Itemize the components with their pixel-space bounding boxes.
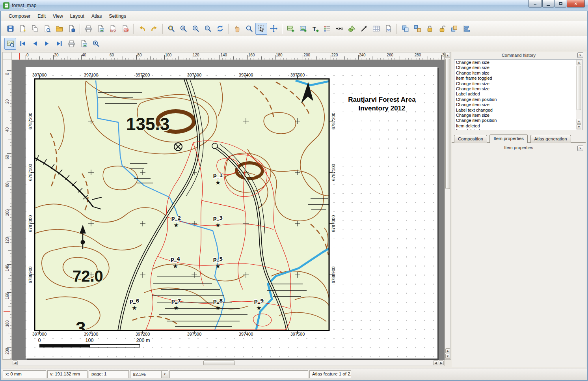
scalebar-item[interactable]: 0 100 200 m bbox=[26, 338, 160, 350]
command-history-item[interactable]: Item deleted bbox=[454, 129, 575, 130]
ruler-number: 280 bbox=[415, 53, 421, 57]
move-item-content-button[interactable] bbox=[268, 23, 279, 35]
add-label-button[interactable]: T bbox=[309, 23, 321, 35]
atlas-settings-button[interactable] bbox=[90, 38, 102, 50]
command-history-scrollbar[interactable]: ▲ ▲ ▼ bbox=[576, 60, 582, 130]
horizontal-scroll-thumb[interactable] bbox=[203, 360, 235, 365]
composition-page[interactable]: 135.3 72.0 3 ★p_1 ★p_2 ★p_3 ★p_4 ★p_5 ★p… bbox=[26, 67, 437, 359]
command-history-item[interactable]: Change item size bbox=[454, 71, 575, 76]
preview-atlas-button[interactable] bbox=[4, 38, 16, 50]
command-history-item[interactable]: Change item size bbox=[454, 86, 575, 92]
scroll-up-icon[interactable]: ▲ bbox=[577, 60, 581, 65]
list-scroll-thumb[interactable] bbox=[577, 66, 581, 110]
align-items-button[interactable] bbox=[460, 23, 472, 35]
print-atlas-button[interactable] bbox=[65, 38, 77, 50]
canvas-vertical-scrollbar[interactable]: ▲ ▲ ▼ bbox=[445, 52, 451, 360]
export-svg-button[interactable]: SVG bbox=[107, 23, 119, 35]
canvas-horizontal-scrollbar[interactable]: ◀ ◀ ▶ bbox=[12, 360, 445, 366]
unlock-items-button[interactable] bbox=[436, 23, 448, 35]
command-history-item[interactable]: Change item size bbox=[454, 60, 575, 65]
redo-button[interactable] bbox=[148, 23, 160, 35]
add-html-button[interactable]: </> bbox=[382, 23, 394, 35]
map-title-item[interactable]: Rautjarvi Forest Area Inventory 2012 bbox=[332, 95, 432, 113]
zoom-in-button[interactable] bbox=[190, 23, 201, 35]
next-feature-button[interactable] bbox=[41, 38, 53, 50]
toolbar-separator bbox=[282, 24, 282, 34]
lock-items-button[interactable] bbox=[424, 23, 435, 35]
zoom-level-select[interactable]: 92.3% ▼ bbox=[130, 370, 168, 378]
detach-window-button[interactable]: ↔ bbox=[528, 0, 542, 7]
load-template-button[interactable] bbox=[53, 23, 65, 35]
menu-settings[interactable]: Settings bbox=[106, 12, 130, 21]
scroll-up-icon[interactable]: ▲ bbox=[445, 53, 450, 58]
add-legend-button[interactable] bbox=[321, 23, 333, 35]
zoom-out-button[interactable] bbox=[202, 23, 214, 35]
first-feature-button[interactable] bbox=[17, 38, 28, 50]
zoom-full-button[interactable] bbox=[165, 23, 177, 35]
scroll-left-icon[interactable]: ◀ bbox=[433, 360, 438, 365]
command-history-item[interactable]: Change item size bbox=[454, 81, 575, 86]
ruler-number: 120 bbox=[193, 53, 199, 57]
close-button[interactable]: × bbox=[567, 0, 585, 7]
print-button[interactable] bbox=[82, 23, 94, 35]
scalebar-segment-filled bbox=[39, 344, 89, 347]
command-history-item[interactable]: Change item size bbox=[454, 102, 575, 107]
export-pdf-button[interactable]: PDF bbox=[119, 23, 131, 35]
scroll-right-icon[interactable]: ▶ bbox=[439, 360, 444, 365]
menu-layout[interactable]: Layout bbox=[67, 12, 88, 21]
command-history-item[interactable]: Change item size bbox=[454, 113, 575, 118]
raise-items-button[interactable] bbox=[448, 23, 460, 35]
select-move-item-button[interactable] bbox=[255, 23, 267, 35]
duplicate-composition-button[interactable] bbox=[29, 23, 41, 35]
group-items-button[interactable] bbox=[399, 23, 411, 35]
command-history-item[interactable]: Label text changed bbox=[454, 108, 575, 113]
save-button[interactable] bbox=[4, 23, 16, 35]
minimize-button[interactable] bbox=[542, 0, 554, 7]
menu-view[interactable]: View bbox=[49, 12, 67, 21]
tab-composition[interactable]: Composition bbox=[454, 135, 487, 143]
tab-atlas-generation[interactable]: Atlas generation bbox=[530, 135, 571, 143]
add-arrow-button[interactable] bbox=[358, 23, 370, 35]
add-table-button[interactable] bbox=[370, 23, 382, 35]
menu-edit[interactable]: Edit bbox=[34, 12, 49, 21]
add-map-button[interactable] bbox=[285, 23, 296, 35]
scroll-up-icon[interactable]: ▲ bbox=[445, 348, 450, 353]
pan-button[interactable] bbox=[231, 23, 243, 35]
maximize-button[interactable] bbox=[555, 0, 566, 7]
add-image-button[interactable] bbox=[297, 23, 309, 35]
refresh-view-button[interactable] bbox=[214, 23, 226, 35]
map-item[interactable]: 135.3 72.0 3 ★p_1 ★p_2 ★p_3 ★p_4 ★p_5 ★p… bbox=[26, 72, 337, 337]
zoom-actual-button[interactable]: 1:1 bbox=[177, 23, 189, 35]
add-shape-button[interactable] bbox=[346, 23, 357, 35]
command-history-item[interactable]: Change item size bbox=[454, 65, 575, 70]
scroll-down-icon[interactable]: ▼ bbox=[445, 354, 450, 359]
previous-feature-button[interactable] bbox=[29, 38, 41, 50]
export-image-button[interactable] bbox=[95, 23, 106, 35]
scroll-left-icon[interactable]: ◀ bbox=[13, 360, 18, 365]
menu-atlas[interactable]: Atlas bbox=[88, 12, 106, 21]
export-atlas-button[interactable] bbox=[78, 38, 89, 50]
command-history-item[interactable]: Item frame toggled bbox=[454, 76, 575, 81]
command-history-item[interactable]: Label added bbox=[454, 92, 575, 97]
add-scalebar-button[interactable] bbox=[333, 23, 345, 35]
command-history-item[interactable]: Item deleted bbox=[454, 123, 575, 129]
command-history-item[interactable]: Change item position bbox=[454, 97, 575, 102]
undo-button[interactable] bbox=[136, 23, 148, 35]
command-history-item[interactable]: Change item position bbox=[454, 118, 575, 123]
vertical-scroll-thumb[interactable] bbox=[445, 59, 450, 189]
item-properties-close-icon[interactable]: × bbox=[577, 146, 583, 151]
scroll-up-icon[interactable]: ▲ bbox=[577, 119, 581, 124]
last-feature-button[interactable] bbox=[53, 38, 65, 50]
composer-canvas[interactable]: 135.3 72.0 3 ★p_1 ★p_2 ★p_3 ★p_4 ★p_5 ★p… bbox=[12, 60, 445, 360]
tab-item-properties[interactable]: Item properties bbox=[489, 134, 528, 143]
save-template-button[interactable] bbox=[65, 23, 77, 35]
composer-manager-button[interactable] bbox=[41, 23, 53, 35]
chevron-down-icon[interactable]: ▼ bbox=[161, 371, 168, 378]
ungroup-items-button[interactable] bbox=[411, 23, 423, 35]
menu-composer[interactable]: Composer bbox=[5, 12, 34, 21]
scroll-down-icon[interactable]: ▼ bbox=[577, 124, 581, 129]
command-history-close-icon[interactable]: × bbox=[577, 52, 583, 58]
add-label-icon: T bbox=[311, 24, 319, 33]
zoom-tool-button[interactable] bbox=[243, 23, 255, 35]
new-composition-button[interactable] bbox=[17, 23, 28, 35]
